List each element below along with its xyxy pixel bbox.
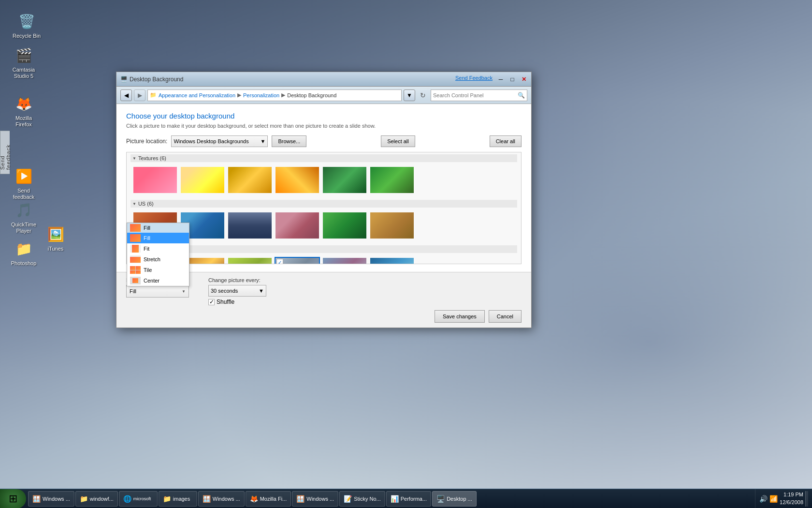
taskbar-item-icon: 📁 — [80, 495, 88, 503]
page-title: Choose your desktop background — [126, 112, 522, 120]
desktop-icon-itunes[interactable]: 🎵 QuickTime Player — [7, 198, 41, 236]
send-feedback-sidebar[interactable]: Send feedback — [0, 131, 10, 174]
start-button[interactable]: ⊞ — [0, 489, 26, 508]
taskbar-item-icon: 📁 — [163, 495, 171, 503]
dropdown-arrow-icon: ▼ — [182, 289, 186, 294]
close-button[interactable]: ✕ — [519, 75, 529, 84]
address-bar[interactable]: 📁 Appearance and Personalization ▶ Perso… — [147, 90, 402, 101]
change-every-select[interactable]: 30 seconds ▼ — [208, 285, 266, 297]
dropdown-header-fill: Fill — [127, 223, 189, 233]
chevron-down-icon: ▼ — [261, 138, 266, 144]
picture-location-row: Picture location: Windows Desktop Backgr… — [126, 135, 522, 147]
quicktime-icon: ▶️ — [14, 166, 33, 186]
maximize-button[interactable]: □ — [507, 75, 518, 84]
taskbar-items: 🪟 Windows ... 📁 windowf... 🌐 microsoft 📁… — [26, 489, 755, 508]
title-bar: 🖥️ Desktop Background Send Feedback ─ □ … — [116, 72, 531, 87]
taskbar-item[interactable]: 📊 Performa... — [386, 491, 431, 507]
breadcrumb-personalization[interactable]: Personalization — [243, 92, 279, 98]
position-dropdown-menu: Fill Fill Fit — [127, 223, 189, 286]
firefox-icon: 🦊 — [14, 94, 33, 113]
picture-position-group: Picture position: Fill ▼ Fill — [126, 277, 189, 298]
list-item[interactable] — [322, 166, 367, 194]
textures-grid — [130, 164, 517, 196]
list-item[interactable] — [322, 211, 367, 239]
list-item[interactable] — [369, 166, 415, 194]
content-area: Choose your desktop background Click a p… — [116, 104, 531, 328]
shuffle-label: Shuffle — [217, 299, 234, 305]
taskbar-item[interactable]: 📝 Sticky No... — [339, 491, 385, 507]
list-item[interactable] — [227, 166, 273, 194]
clock-time: 1:19 PM — [780, 491, 803, 498]
picture-position-dropdown[interactable]: Fill ▼ Fill Fill — [126, 285, 189, 298]
taskbar-item-icon: 📊 — [391, 495, 399, 503]
save-changes-button[interactable]: Save changes — [435, 310, 485, 323]
tray-icon-1: 🔊 — [759, 495, 768, 503]
list-item[interactable] — [369, 257, 415, 264]
taskbar-item[interactable]: 🪟 Windows ... — [28, 491, 74, 507]
select-all-button[interactable]: Select all — [381, 135, 415, 147]
tray-clock[interactable]: 1:19 PM 12/6/2008 — [780, 491, 803, 506]
list-item[interactable] — [227, 257, 273, 264]
images-label: Photoshop — [11, 260, 37, 267]
desktop-icon-firefox[interactable]: 🦊 Mozilla Firefox — [7, 92, 41, 130]
search-input[interactable] — [433, 92, 518, 98]
back-button[interactable]: ◀ — [120, 90, 132, 101]
search-icon: 🔍 — [518, 92, 525, 99]
images-folder-icon: 📁 — [14, 239, 33, 258]
list-item[interactable] — [132, 166, 178, 194]
breadcrumb-appearance[interactable]: Appearance and Personalization — [159, 92, 235, 98]
desktop-icon-recycle-bin[interactable]: 🗑️ Recycle Bin — [10, 10, 44, 41]
list-item[interactable]: ✓ — [275, 257, 320, 264]
taskbar-item[interactable]: 🪟 Windows ... — [292, 491, 338, 507]
taskbar-item[interactable]: 🌐 microsoft — [119, 491, 158, 507]
send-feedback-link[interactable]: Send Feedback — [455, 75, 493, 81]
nav-bar: ◀ ▶ 📁 Appearance and Personalization ▶ P… — [116, 87, 531, 104]
refresh-button[interactable]: ↻ — [417, 90, 429, 101]
itunes-label: QuickTime Player — [9, 222, 39, 234]
minimize-button[interactable]: ─ — [495, 75, 506, 84]
list-item[interactable] — [227, 211, 273, 239]
dropdown-option-center[interactable]: Center — [127, 275, 189, 286]
dropdown-option-fit[interactable]: Fit — [127, 243, 189, 254]
clear-all-button[interactable]: Clear all — [490, 135, 522, 147]
camtasia-icon: 🎬 — [14, 45, 33, 65]
desktop-icon-photoshop[interactable]: 🖼️ iTunes — [39, 223, 72, 254]
taskbar-item[interactable]: 📁 windowf... — [75, 491, 118, 507]
dropdown-option-stretch[interactable]: Stretch — [127, 254, 189, 265]
list-item[interactable] — [369, 211, 415, 239]
list-item[interactable] — [180, 166, 225, 194]
desktop-icon-camtasia[interactable]: 🎬 Camtasia Studio 5 — [7, 44, 41, 81]
dropdown-option-tile[interactable]: Tile — [127, 265, 189, 275]
desktop-icon-quicktime[interactable]: ▶️ Send feedback — [7, 164, 41, 202]
nav-dropdown-button[interactable]: ▼ — [404, 90, 415, 101]
list-item[interactable] — [275, 211, 320, 239]
itunes-icon: 🎵 — [14, 200, 33, 220]
shuffle-checkbox[interactable]: ✓ — [208, 299, 215, 305]
taskbar-item-icon: 🖥️ — [436, 495, 445, 503]
folder-icon: 📁 — [150, 92, 157, 98]
taskbar-item[interactable]: 🖥️ Desktop ... — [432, 491, 477, 507]
show-desktop-button[interactable] — [805, 491, 808, 507]
section-textures-label: Textures (6) — [138, 155, 166, 161]
forward-button[interactable]: ▶ — [134, 90, 145, 101]
taskbar-item-icon: 📝 — [344, 495, 352, 503]
photoshop-icon: 🖼️ — [46, 224, 65, 244]
desktop-icon-images[interactable]: 📁 Photoshop — [7, 237, 41, 269]
tray-icon-2: 📶 — [769, 495, 778, 503]
window-title: Desktop Background — [130, 76, 183, 83]
dropdown-option-fill[interactable]: Fill — [127, 233, 189, 243]
recycle-bin-label: Recycle Bin — [13, 33, 41, 39]
start-icon: ⊞ — [9, 493, 17, 505]
cancel-button[interactable]: Cancel — [489, 310, 522, 323]
list-item[interactable] — [275, 166, 320, 194]
firefox-label: Mozilla Firefox — [9, 115, 39, 128]
taskbar-item[interactable]: 📁 images — [159, 491, 197, 507]
taskbar-item[interactable]: 🪟 Windows ... — [198, 491, 245, 507]
taskbar-item-icon: 🪟 — [32, 495, 41, 503]
taskbar-item-icon: 🦊 — [250, 495, 258, 503]
list-item[interactable] — [322, 257, 367, 264]
taskbar-item[interactable]: 🦊 Mozilla Fi... — [246, 491, 291, 507]
picture-location-select[interactable]: Windows Desktop Backgrounds ▼ — [171, 135, 268, 147]
taskbar: ⊞ 🪟 Windows ... 📁 windowf... 🌐 microsoft… — [0, 489, 812, 508]
browse-button[interactable]: Browse... — [272, 135, 306, 147]
